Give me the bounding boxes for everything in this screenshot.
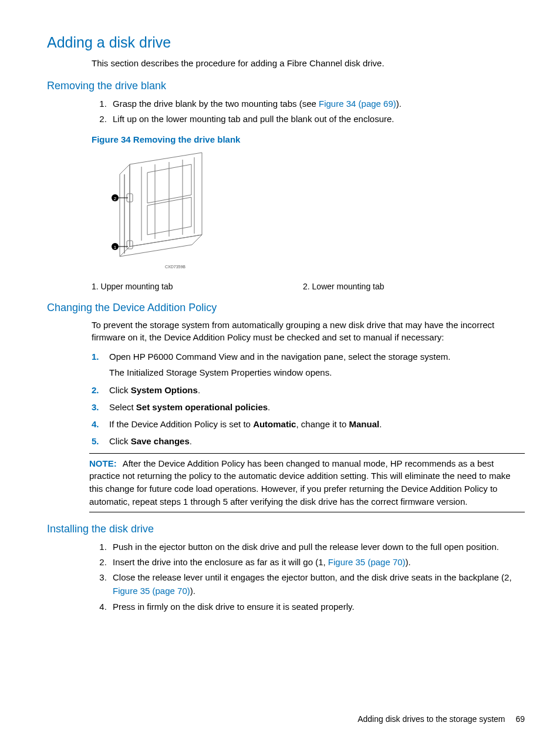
figure-34-caption: Figure 34 Removing the drive blank bbox=[92, 134, 525, 144]
step-text: Click bbox=[109, 436, 131, 446]
step-text: Insert the drive into the enclosure as f… bbox=[113, 557, 328, 567]
figure-34-link[interactable]: Figure 34 (page 69) bbox=[319, 99, 396, 109]
svg-text:2: 2 bbox=[114, 196, 117, 201]
installing-step-2: Insert the drive into the enclosure as f… bbox=[109, 555, 525, 569]
note-body: After the Device Addition Policy has bee… bbox=[89, 458, 511, 507]
callout-1: 1. Upper mounting tab bbox=[92, 282, 303, 291]
bold-term: Automatic bbox=[253, 419, 296, 429]
step-text-end: . bbox=[190, 436, 192, 446]
heading-device-addition-policy: Changing the Device Addition Policy bbox=[47, 302, 525, 314]
footer-chapter-title: Adding disk drives to the storage system bbox=[357, 714, 505, 724]
figure-35-link[interactable]: Figure 35 (page 70) bbox=[113, 586, 190, 596]
step-text-end: ). bbox=[406, 557, 411, 567]
installing-steps-list: Push in the ejector button on the disk d… bbox=[92, 540, 525, 613]
step-text: If the Device Addition Policy is set to bbox=[109, 419, 253, 429]
intro-paragraph: This section describes the procedure for… bbox=[92, 57, 525, 69]
heading-adding-disk-drive: Adding a disk drive bbox=[47, 34, 525, 51]
note-block: NOTE:After the Device Addition Policy ha… bbox=[89, 457, 525, 508]
heading-removing-drive-blank: Removing the drive blank bbox=[47, 80, 525, 92]
svg-text:1: 1 bbox=[114, 245, 117, 250]
policy-steps-list: Open HP P6000 Command View and in the na… bbox=[92, 350, 525, 448]
step-text-end: . bbox=[268, 402, 270, 412]
bold-term: System Options bbox=[131, 385, 198, 395]
policy-step-2: Click System Options. bbox=[109, 383, 525, 397]
step-text-end: . bbox=[198, 385, 200, 395]
installing-step-1: Push in the ejector button on the disk d… bbox=[109, 540, 525, 553]
figure-id-label: CXD7359B bbox=[165, 265, 185, 269]
step-text: Click bbox=[109, 385, 131, 395]
note-separator-top bbox=[89, 453, 525, 454]
step-text-end: ). bbox=[190, 586, 195, 596]
step-text-end: ). bbox=[396, 99, 402, 109]
step-text-mid: , change it to bbox=[296, 419, 349, 429]
step-text: Open HP P6000 Command View and in the na… bbox=[109, 352, 450, 362]
step-subtext: The Initialized Storage System Propertie… bbox=[109, 366, 525, 379]
drive-blank-illustration: 2 1 CXD7359B bbox=[92, 148, 221, 271]
policy-step-3: Select Set system operational policies. bbox=[109, 400, 525, 414]
bold-term: Save changes bbox=[131, 436, 190, 446]
bold-term: Set system operational policies bbox=[136, 402, 268, 412]
figure-34-callouts: 1. Upper mounting tab 2. Lower mounting … bbox=[92, 282, 525, 291]
figure-34: 2 1 CXD7359B bbox=[92, 148, 525, 271]
removing-step-2: Lift up on the lower mounting tab and pu… bbox=[109, 112, 525, 126]
page-number: 69 bbox=[515, 714, 525, 724]
policy-step-1: Open HP P6000 Command View and in the na… bbox=[109, 350, 525, 380]
page-footer: Adding disk drives to the storage system… bbox=[357, 714, 525, 724]
policy-intro-paragraph: To prevent the storage system from autom… bbox=[92, 319, 525, 345]
note-label: NOTE: bbox=[89, 458, 117, 468]
step-text-end: . bbox=[379, 419, 382, 429]
callout-2: 2. Lower mounting tab bbox=[303, 282, 384, 291]
step-text: Grasp the drive blank by the two mountin… bbox=[113, 99, 319, 109]
installing-step-4: Press in firmly on the disk drive to ens… bbox=[109, 600, 525, 613]
installing-step-3: Close the release lever until it engages… bbox=[109, 571, 525, 598]
bold-term: Manual bbox=[349, 419, 380, 429]
document-page: Adding a disk drive This section describ… bbox=[0, 0, 560, 645]
removing-step-1: Grasp the drive blank by the two mountin… bbox=[109, 97, 525, 110]
policy-step-5: Click Save changes. bbox=[109, 434, 525, 448]
figure-35-link[interactable]: Figure 35 (page 70) bbox=[328, 557, 406, 567]
policy-step-4: If the Device Addition Policy is set to … bbox=[109, 417, 525, 431]
note-separator-bottom bbox=[89, 512, 525, 512]
step-text: Close the release lever until it engages… bbox=[113, 572, 512, 582]
removing-steps-list: Grasp the drive blank by the two mountin… bbox=[92, 97, 525, 126]
heading-installing-disk-drive: Installing the disk drive bbox=[47, 523, 525, 535]
step-text: Select bbox=[109, 402, 136, 412]
